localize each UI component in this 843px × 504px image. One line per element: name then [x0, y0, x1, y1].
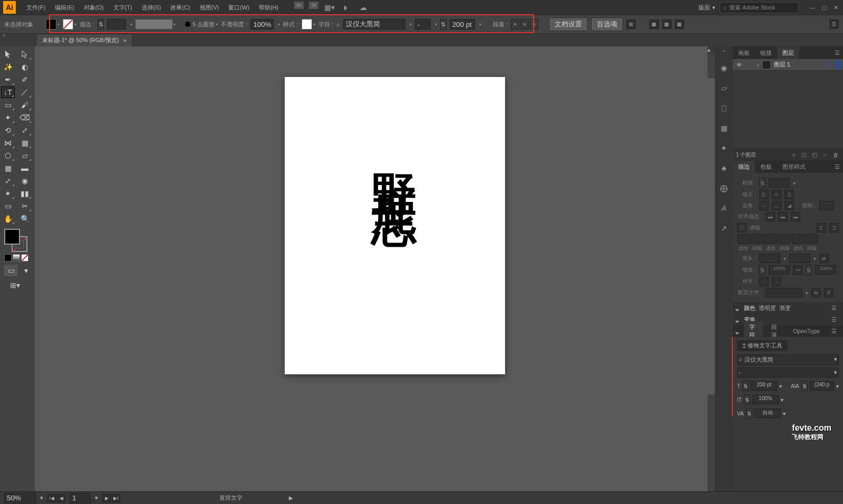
clip-mask-icon[interactable]: ◫	[800, 151, 808, 159]
control-menu-icon[interactable]: ☰	[829, 20, 839, 29]
column-graph-tool[interactable]: ▮▮	[18, 188, 32, 199]
perspective-grid-tool[interactable]: ▱	[18, 150, 32, 161]
align-obj-icon1[interactable]: ▦	[650, 20, 659, 29]
layers-tab[interactable]: 图层	[777, 47, 799, 59]
gradient-tab[interactable]: 渐变	[779, 304, 791, 312]
char-size-input[interactable]: 200 pt	[751, 381, 777, 391]
gpu-icon[interactable]: ⏵	[341, 2, 352, 13]
eyedropper-tool[interactable]: ⤢	[1, 175, 15, 187]
shape-builder-tool[interactable]: ⬡	[1, 150, 15, 161]
new-layer-icon[interactable]: ▫	[821, 151, 829, 159]
rotate-tool[interactable]: ⟲	[1, 124, 15, 136]
visibility-toggle[interactable]: 👁	[735, 62, 743, 68]
flip-y-icon[interactable]: ⇵	[824, 288, 834, 297]
color-mode-icon[interactable]	[4, 254, 12, 261]
zoom-input[interactable]	[4, 493, 36, 503]
scale-stepper1[interactable]: ⇅	[759, 265, 766, 275]
tab-close-icon[interactable]: ×	[123, 37, 127, 44]
line-segment-tool[interactable]: ／	[18, 86, 32, 98]
weight-stepper[interactable]: ⇅	[759, 178, 766, 188]
char-style-select[interactable]: -▾	[737, 367, 839, 377]
hand-tool[interactable]: ✋	[1, 213, 15, 225]
canvas[interactable]: 野鹿志 ▴	[35, 46, 715, 491]
align-bottom-icon[interactable]: ≡	[530, 19, 538, 30]
stroke-profile-swatch[interactable]	[135, 20, 176, 29]
layer-row[interactable]: 👁 › 图层 1	[733, 59, 843, 71]
scale-tool[interactable]: ⤢	[18, 124, 32, 136]
artboards-tab[interactable]: 画板	[733, 47, 755, 59]
char-vscale-input[interactable]: 100%	[752, 395, 779, 404]
swatches-tab[interactable]: 色板	[755, 161, 777, 173]
color-panel-header[interactable]: 颜色透明度渐变☰	[733, 302, 843, 314]
color-panel-icon[interactable]: ◉	[718, 62, 730, 74]
dash3-input[interactable]	[792, 234, 805, 244]
style-swatch[interactable]	[302, 19, 315, 30]
artboard-index-input[interactable]	[70, 493, 91, 503]
close-button[interactable]: ✕	[831, 3, 840, 12]
font-size-input[interactable]	[450, 19, 475, 30]
zoom-drop[interactable]: ▾	[40, 495, 43, 501]
scale-start-input[interactable]: 100%	[769, 265, 790, 275]
menu-file[interactable]: 文件(F)	[22, 2, 50, 14]
weight-drop[interactable]: ▾	[793, 180, 796, 186]
pathfinder-icon[interactable]: ✦	[718, 142, 730, 154]
opacity-tab[interactable]: 透明度	[759, 304, 776, 312]
dash1-input[interactable]	[737, 234, 750, 244]
font-family-input[interactable]	[343, 19, 405, 30]
glyphs-icon[interactable]: ⨁	[718, 182, 730, 194]
links-tab[interactable]: 链接	[755, 47, 777, 59]
none-mode-icon[interactable]	[21, 254, 28, 261]
free-transform-tool[interactable]: ▦	[18, 137, 32, 149]
weight-input[interactable]	[769, 178, 790, 188]
artboard[interactable]: 野鹿志	[285, 77, 505, 374]
zoom-tool[interactable]: 🔍	[18, 213, 32, 225]
document-panel-icon[interactable]: ▱	[718, 82, 730, 94]
kern-stepper[interactable]: ⇅	[746, 408, 752, 419]
align-outside-stroke-icon[interactable]: ▬	[791, 212, 800, 221]
size-stepper[interactable]: ⇅	[742, 381, 749, 391]
font-family-drop[interactable]	[409, 22, 412, 27]
menu-object[interactable]: 对象(O)	[80, 2, 108, 14]
slice-tool[interactable]: ✂	[18, 200, 32, 212]
stroke-stepper[interactable]: ⇅	[98, 19, 104, 30]
expand-icon[interactable]: ›	[757, 62, 759, 68]
corner-round-icon[interactable]: ◡	[772, 201, 781, 210]
char-kern-input[interactable]: 自动	[754, 409, 781, 418]
prev-artboard-icon[interactable]: ◀	[57, 494, 65, 502]
artboard-tool[interactable]: ▭	[1, 200, 15, 212]
scale-end-input[interactable]: 100%	[815, 265, 836, 275]
paintbrush-tool[interactable]: 🖌	[18, 99, 32, 111]
swap-arrows-icon[interactable]: ⇄	[819, 254, 829, 263]
symbols-icon[interactable]: ♣	[718, 162, 730, 174]
menu-window[interactable]: 窗口(W)	[224, 2, 254, 14]
eraser-tool[interactable]: ⌫	[18, 112, 32, 123]
gradient-mode-icon[interactable]	[13, 254, 20, 261]
menu-edit[interactable]: 编辑(E)	[51, 2, 79, 14]
profile-drop[interactable]	[766, 288, 802, 297]
align-obj-icon3[interactable]: ▦	[675, 20, 684, 29]
dash-align-icon2[interactable]: ⊐	[829, 223, 839, 232]
corner-bevel-icon[interactable]: ◢	[784, 201, 794, 210]
layer-name[interactable]: 图层 1	[774, 61, 823, 69]
align-arrow-end-icon[interactable]: →	[772, 277, 781, 286]
workspace-dropdown[interactable]: 版面▾	[699, 4, 715, 12]
vscale-stepper[interactable]: ⇅	[744, 394, 750, 405]
stroke-weight-input[interactable]	[107, 19, 126, 30]
lasso-tool[interactable]: ◐	[18, 61, 32, 73]
stroke-tab[interactable]: 描边	[733, 161, 755, 173]
limit-input[interactable]	[819, 201, 834, 210]
menu-select[interactable]: 选择(S)	[138, 2, 166, 14]
pen-tool[interactable]: ✒	[1, 74, 15, 85]
align-tl-icon[interactable]: ⎕	[718, 102, 730, 114]
transform-menu-icon[interactable]: ☰	[828, 316, 840, 323]
delete-layer-icon[interactable]: 🗑	[831, 151, 840, 159]
align-center-icon[interactable]: ≡	[520, 19, 529, 30]
prefs-icon[interactable]: ⊞	[626, 20, 636, 29]
magic-wand-tool[interactable]: ✨	[1, 61, 15, 73]
char-menu-icon[interactable]: ☰	[828, 328, 840, 335]
align-bl-icon[interactable]: ▦	[718, 122, 730, 134]
arrow-end-drop[interactable]	[789, 254, 810, 263]
dash-align-icon1[interactable]: ⊏	[817, 223, 826, 232]
dash2-input[interactable]	[764, 234, 777, 244]
graphic-styles-tab[interactable]: 图形样式	[777, 161, 811, 173]
